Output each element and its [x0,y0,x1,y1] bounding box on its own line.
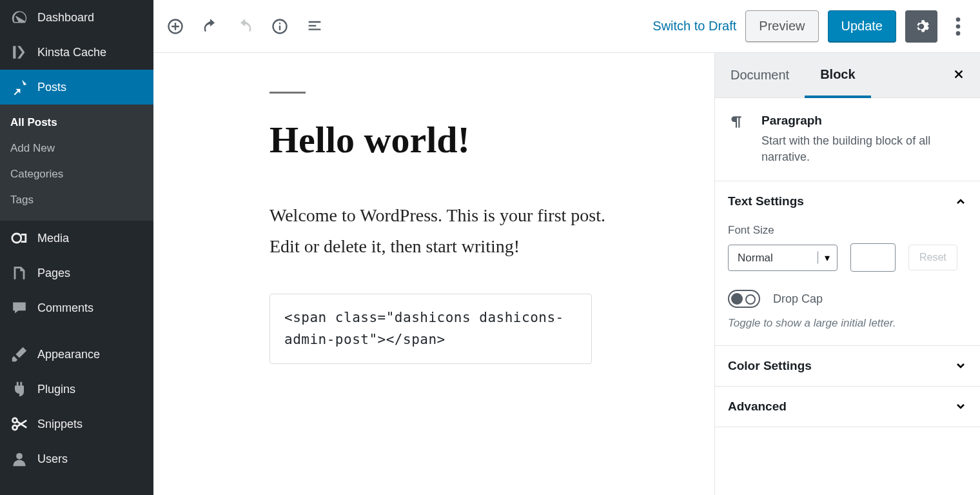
sidebar-item-label: Pages [37,267,70,280]
svg-point-3 [16,453,23,460]
font-size-input[interactable] [850,243,896,272]
sidebar-item-label: Posts [37,81,66,94]
outline-button[interactable] [303,15,326,38]
paragraph-block[interactable]: Welcome to WordPress. This is your first… [270,200,624,261]
svg-point-4 [956,17,961,22]
sidebar-item-label: Appearance [37,348,100,361]
tab-document[interactable]: Document [715,53,805,97]
posts-submenu: All Posts Add New Categories Tags [0,105,153,221]
reset-button[interactable]: Reset [908,245,957,270]
block-type-name: Paragraph [761,114,967,128]
chevron-up-icon [954,195,967,208]
color-settings-title: Color Settings [728,359,812,373]
chevron-down-icon [954,359,967,372]
sidebar-item-posts[interactable]: Posts [0,70,153,105]
sidebar-item-comments[interactable]: Comments [0,290,153,325]
submenu-tags[interactable]: Tags [0,187,153,213]
submenu-all-posts[interactable]: All Posts [0,110,153,136]
update-button[interactable]: Update [828,10,897,42]
svg-point-0 [12,234,21,243]
sidebar-item-users[interactable]: Users [0,441,153,476]
sidebar-item-media[interactable]: Media [0,221,153,256]
comments-icon [10,299,28,317]
sidebar-item-pages[interactable]: Pages [0,256,153,290]
chevron-down-icon [954,400,967,413]
panel-tabs: Document Block [715,53,980,98]
drop-cap-hint: Toggle to show a large initial letter. [728,317,967,330]
scissors-icon [10,415,28,433]
settings-button[interactable] [905,10,937,43]
sidebar-item-kinsta[interactable]: Kinsta Cache [0,35,153,70]
editor-topbar: Switch to Draft Preview Update [153,0,980,53]
user-icon [10,450,28,468]
sidebar-item-label: Users [37,452,68,466]
sidebar-item-appearance[interactable]: Appearance [0,337,153,372]
sidebar-item-label: Kinsta Cache [37,46,106,59]
svg-point-6 [956,31,961,35]
media-icon [10,229,28,247]
drop-cap-toggle[interactable] [728,290,760,308]
dashboard-icon [10,8,28,26]
color-settings-header[interactable]: Color Settings [715,346,980,386]
pages-icon [10,264,28,282]
undo-button[interactable] [199,15,222,38]
post-title[interactable]: Hello world! [270,118,624,161]
settings-panel: Document Block Paragraph Start with the … [714,53,980,495]
submenu-categories[interactable]: Categories [0,161,153,187]
submenu-add-new[interactable]: Add New [0,136,153,161]
redo-button[interactable] [233,15,257,38]
block-info: Paragraph Start with the building block … [715,98,980,181]
svg-point-5 [956,24,961,28]
sidebar-item-dashboard[interactable]: Dashboard [0,0,153,35]
title-separator [270,92,306,94]
tab-block[interactable]: Block [805,54,870,98]
paragraph-icon [728,114,749,165]
admin-sidebar: Dashboard Kinsta Cache Posts All Posts A… [0,0,153,495]
advanced-title: Advanced [728,399,787,414]
sidebar-item-label: Comments [37,301,93,315]
kinsta-icon [10,43,28,61]
info-button[interactable] [268,15,291,38]
pin-icon [10,78,28,96]
sidebar-item-label: Plugins [37,383,75,396]
advanced-header[interactable]: Advanced [715,387,980,427]
sidebar-item-plugins[interactable]: Plugins [0,372,153,407]
editor-canvas[interactable]: Hello world! Welcome to WordPress. This … [153,53,714,495]
switch-to-draft-link[interactable]: Switch to Draft [652,19,736,34]
panel-close-button[interactable] [943,63,975,88]
more-menu-button[interactable] [946,12,970,41]
sidebar-item-label: Dashboard [37,11,94,25]
text-settings-header[interactable]: Text Settings [715,181,980,221]
plug-icon [10,380,28,398]
sidebar-item-snippets[interactable]: Snippets [0,407,153,441]
code-block[interactable]: <span class="dashicons dashicons-admin-p… [270,294,592,364]
font-size-label: Font Size [728,224,967,237]
text-settings-title: Text Settings [728,194,804,208]
sidebar-item-label: Snippets [37,418,83,431]
drop-cap-label: Drop Cap [773,292,823,306]
preview-button[interactable]: Preview [745,10,818,42]
block-type-desc: Start with the building block of all nar… [761,133,967,165]
sidebar-item-label: Media [37,232,69,245]
add-block-button[interactable] [164,15,187,38]
font-size-select[interactable]: Normal [728,245,838,271]
annotation-arrow-icon [708,380,714,445]
brush-icon [10,345,28,363]
